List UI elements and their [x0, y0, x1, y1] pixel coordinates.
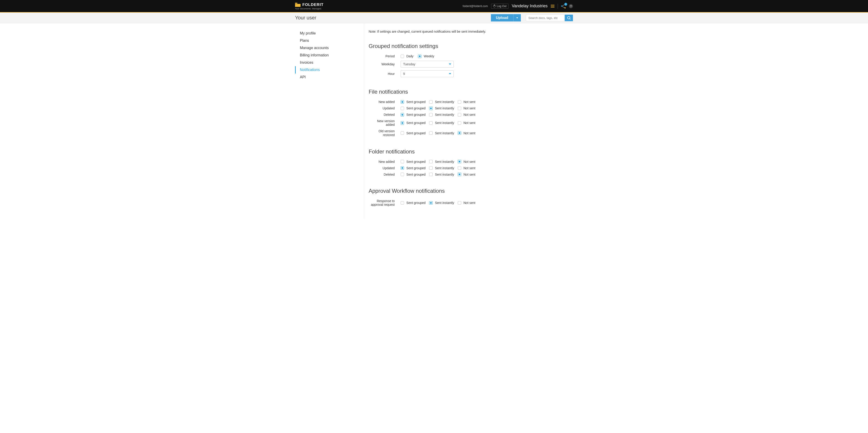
app-header: FOLDERIT Your documents. Managed. folder…: [0, 0, 868, 12]
sidebar-item-billing-information[interactable]: Billing information: [295, 52, 364, 59]
hour-value: 9: [403, 72, 405, 76]
hamburger-icon[interactable]: [551, 5, 554, 7]
radio-box: [458, 166, 461, 170]
file-option-instant[interactable]: Sent instantly: [429, 106, 458, 110]
radio-label: Not sent: [463, 100, 475, 104]
upload-button[interactable]: Upload: [491, 14, 513, 22]
main-layout: My profilePlansManage accountsBilling in…: [295, 23, 573, 219]
radio-box: [401, 201, 404, 205]
logout-button[interactable]: Log Out: [491, 4, 509, 9]
radio-box: [458, 100, 461, 104]
radio-box: [429, 160, 433, 163]
weekday-label: Weekday: [369, 62, 401, 66]
radio-label: Sent grouped: [406, 121, 426, 125]
section-title-grouped: Grouped notification settings: [369, 43, 573, 49]
file-option-notsent[interactable]: Not sent: [458, 121, 486, 125]
sidebar-item-manage-accounts[interactable]: Manage accounts: [295, 44, 364, 52]
file-option-notsent[interactable]: Not sent: [458, 131, 486, 135]
radio-label: Sent instantly: [435, 201, 454, 205]
radio-label: Sent instantly: [435, 173, 454, 176]
folder-option-notsent[interactable]: Not sent: [458, 173, 486, 176]
radio-box: [401, 100, 404, 104]
org-name: Vandelay Industries: [512, 4, 548, 8]
radio-box: [429, 107, 433, 110]
section-title-folder: Folder notifications: [369, 148, 573, 155]
file-option-grouped[interactable]: Sent grouped: [401, 121, 429, 125]
file-option-instant[interactable]: Sent instantly: [429, 131, 458, 135]
hour-label: Hour: [369, 72, 401, 76]
file-option-instant[interactable]: Sent instantly: [429, 100, 458, 104]
file-option-instant[interactable]: Sent instantly: [429, 113, 458, 116]
folder-option-instant[interactable]: Sent instantly: [429, 166, 458, 170]
note-text: Note: If settings are changed, current q…: [369, 30, 573, 33]
radio-label: Sent grouped: [406, 173, 426, 176]
page-title: Your user: [295, 15, 316, 21]
file-option-grouped[interactable]: Sent grouped: [401, 106, 429, 110]
period-weekly[interactable]: Weekly: [418, 54, 446, 58]
weekday-value: Tuesday: [403, 62, 415, 66]
radio-box: [429, 121, 433, 125]
search-input[interactable]: [526, 14, 565, 21]
radio-label: Sent grouped: [406, 113, 426, 116]
chevron-down-icon: [449, 73, 451, 74]
daily-label: Daily: [406, 54, 413, 58]
weekday-select[interactable]: Tuesday: [401, 61, 454, 68]
share-button[interactable]: 1: [561, 4, 566, 8]
help-button[interactable]: ?: [569, 4, 573, 8]
radio-box: [429, 201, 433, 205]
file-option-instant[interactable]: Sent instantly: [429, 121, 458, 125]
period-label: Period: [369, 54, 401, 58]
sidebar-item-my-profile[interactable]: My profile: [295, 30, 364, 37]
folder-option-instant[interactable]: Sent instantly: [429, 173, 458, 176]
radio-label: Not sent: [463, 106, 475, 110]
sidebar-item-notifications[interactable]: Notifications: [295, 66, 364, 73]
file-option-grouped[interactable]: Sent grouped: [401, 100, 429, 104]
approval-row-label: Response to approval request: [369, 199, 401, 207]
folder-option-grouped[interactable]: Sent grouped: [401, 166, 429, 170]
folder-option-notsent[interactable]: Not sent: [458, 160, 486, 164]
radio-box: [401, 107, 404, 110]
radio-label: Sent instantly: [435, 100, 454, 104]
radio-box: [429, 166, 433, 170]
file-option-grouped[interactable]: Sent grouped: [401, 113, 429, 116]
file-option-grouped[interactable]: Sent grouped: [401, 131, 429, 135]
folder-option-notsent[interactable]: Not sent: [458, 166, 486, 170]
account-email: folderit@folderit.com: [463, 5, 488, 8]
hour-select[interactable]: 9: [401, 70, 454, 77]
file-option-notsent[interactable]: Not sent: [458, 113, 486, 116]
radio-label: Not sent: [463, 201, 475, 205]
search-button[interactable]: [565, 14, 573, 21]
radio-label: Sent instantly: [435, 166, 454, 170]
file-option-notsent[interactable]: Not sent: [458, 106, 486, 110]
approval-option-instant[interactable]: Sent instantly: [429, 201, 458, 205]
upload-dropdown[interactable]: [513, 14, 521, 22]
radio-label: Sent grouped: [406, 131, 426, 135]
folder-option-grouped[interactable]: Sent grouped: [401, 173, 429, 176]
period-daily[interactable]: Daily: [401, 54, 418, 58]
file-row: UpdatedSent groupedSent instantlyNot sen…: [369, 106, 573, 110]
radio-box: [458, 201, 461, 205]
sidebar-item-plans[interactable]: Plans: [295, 37, 364, 44]
sidebar-item-api[interactable]: API: [295, 73, 364, 81]
file-option-notsent[interactable]: Not sent: [458, 100, 486, 104]
radio-label: Sent grouped: [406, 100, 426, 104]
sidebar: My profilePlansManage accountsBilling in…: [295, 23, 364, 219]
approval-option-notsent[interactable]: Not sent: [458, 201, 486, 205]
file-row: New addedSent groupedSent instantlyNot s…: [369, 100, 573, 104]
radio-box: [401, 173, 404, 176]
radio-box: [458, 121, 461, 125]
approval-option-grouped[interactable]: Sent grouped: [401, 201, 429, 205]
folder-option-instant[interactable]: Sent instantly: [429, 160, 458, 164]
radio-box: [401, 121, 404, 125]
logo-block[interactable]: FOLDERIT Your documents. Managed.: [295, 2, 323, 10]
radio-label: Sent instantly: [435, 113, 454, 116]
file-row-label: New version added: [369, 119, 401, 127]
sidebar-item-invoices[interactable]: Invoices: [295, 59, 364, 66]
folder-option-grouped[interactable]: Sent grouped: [401, 160, 429, 164]
radio-label: Not sent: [463, 173, 475, 176]
radio-box: [429, 113, 433, 116]
radio-box: [458, 131, 461, 135]
radio-label: Not sent: [463, 160, 475, 164]
radio-box: [401, 166, 404, 170]
section-title-file: File notifications: [369, 89, 573, 95]
